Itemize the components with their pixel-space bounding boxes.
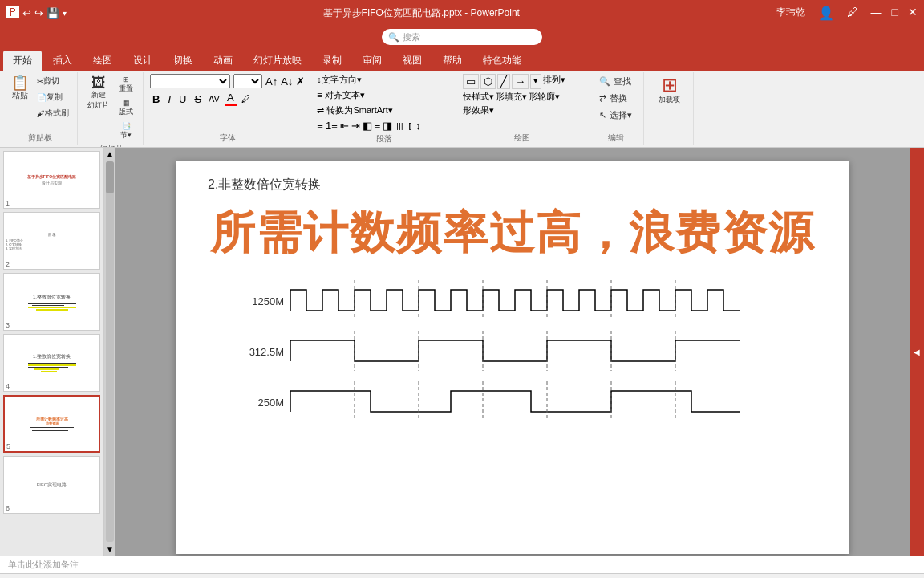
tab-design[interactable]: 设计 <box>124 51 162 71</box>
highlight-btn[interactable]: 🖊 <box>240 94 252 104</box>
numbering-btn[interactable]: 1≡ <box>326 120 338 132</box>
note-area[interactable]: 单击此处添加备注 <box>0 556 924 573</box>
undo-btn[interactable]: ↩ <box>22 7 31 19</box>
strikethrough-btn[interactable]: S <box>192 93 204 105</box>
justify-btn[interactable]: ⫼ <box>395 120 405 132</box>
shape-para-icon[interactable]: ⬡ <box>480 74 496 89</box>
redo-btn[interactable]: ↪ <box>34 7 43 19</box>
shape-more-icon[interactable]: ▾ <box>530 74 541 89</box>
scroll-thumb[interactable] <box>106 161 114 193</box>
font-size-select[interactable] <box>233 74 262 88</box>
tab-transitions[interactable]: 切换 <box>164 51 202 71</box>
tab-home[interactable]: 开始 <box>3 51 42 71</box>
shape-line-icon[interactable]: ╱ <box>497 74 510 89</box>
tab-draw[interactable]: 绘图 <box>83 51 122 71</box>
user-name[interactable]: 李玮乾 <box>776 6 805 21</box>
font-family-select[interactable] <box>150 74 230 88</box>
font-controls: A↑ A↓ ✗ B I U S AV A 🖊 <box>150 74 305 131</box>
clear-format-btn[interactable]: ✗ <box>296 75 305 88</box>
indent-inc-btn[interactable]: ⇥ <box>351 120 360 132</box>
replace-btn[interactable]: ⇄替换 <box>596 91 630 106</box>
find-btn[interactable]: 🔍查找 <box>596 74 634 89</box>
cut-btn[interactable]: ✂剪切 <box>34 74 72 88</box>
scroll-track[interactable] <box>106 161 114 542</box>
align-text-btn[interactable]: ≡ 对齐文本▾ <box>317 89 364 101</box>
convert-smartart-btn[interactable]: ⇌ 转换为SmartArt▾ <box>317 104 392 116</box>
shape-outline-btn[interactable]: 形轮廓▾ <box>529 91 560 103</box>
search-placeholder: 搜索 <box>403 31 420 43</box>
tab-help[interactable]: 帮助 <box>433 51 472 71</box>
collapse-icon: ◀ <box>914 348 920 356</box>
waveform-row-312: 312.5M <box>240 331 785 373</box>
quick-styles-btn[interactable]: 快样式▾ <box>463 91 494 103</box>
italic-btn[interactable]: I <box>165 93 173 105</box>
tab-slideshow[interactable]: 幻灯片放映 <box>244 51 311 71</box>
bullets-btn[interactable]: ≡ <box>317 120 323 132</box>
close-btn[interactable]: ✕ <box>908 6 918 21</box>
slide-layout-btn[interactable]: ▦版式 <box>114 97 138 119</box>
select-btn[interactable]: ↖选择▾ <box>596 108 635 123</box>
slide-thumb-6[interactable]: FIFO实现电路 6 <box>3 456 100 514</box>
spacing-btn[interactable]: AV <box>207 94 221 104</box>
align-right-btn[interactable]: ◨ <box>383 120 392 132</box>
bold-btn[interactable]: B <box>150 93 162 105</box>
scroll-up-btn[interactable]: ▲ <box>104 148 116 160</box>
shape-rect-icon[interactable]: ▭ <box>463 74 479 89</box>
slide-canvas[interactable]: 2.非整数倍位宽转换 所需计数频率过高，浪费资源 1250M <box>176 161 849 554</box>
slide-thumb-1[interactable]: 基于异步FIFO位宽匹配电路 设计与实现 1 <box>3 151 100 209</box>
slide-subtitle: 2.非整数倍位宽转换 <box>208 177 817 193</box>
shape-fill-btn[interactable]: 形填充▾ <box>496 91 527 103</box>
slide-thumb-5[interactable]: 所需计数频率过高 浪费资源 5 <box>3 395 100 453</box>
tab-special[interactable]: 特色功能 <box>473 51 531 71</box>
find-icon: 🔍 <box>599 76 610 87</box>
format-painter-btn[interactable]: 🖌格式刷 <box>34 106 72 120</box>
tab-animations[interactable]: 动画 <box>204 51 242 71</box>
new-slide-icon: 🖼 <box>91 75 106 90</box>
reset-slide-btn[interactable]: ⊞重置 <box>114 74 138 96</box>
vertical-scrollbar[interactable]: ▲ ▼ <box>104 148 116 556</box>
share-icon[interactable]: 🖊 <box>847 6 858 21</box>
shape-arrow-icon[interactable]: → <box>512 74 529 89</box>
slide-panel: 基于异步FIFO位宽匹配电路 设计与实现 1 目录 1. FIFO简介2. 位宽… <box>0 148 104 556</box>
drawing-controls: ▭ ⬡ ╱ → ▾ 排列▾ 快样式▾ 形填充▾ 形轮廓▾ 形效果▾ <box>463 74 581 131</box>
slide-thumb-2[interactable]: 目录 1. FIFO简介2. 位宽转换3. 实现方法 2 <box>3 212 100 270</box>
copy-btn[interactable]: 📄复制 <box>34 90 72 104</box>
font-color-btn[interactable]: A <box>225 92 237 106</box>
shape-effects-btn[interactable]: 形效果▾ <box>463 104 494 116</box>
right-panel-collapse-btn[interactable]: ◀ <box>910 148 924 556</box>
columns-btn[interactable]: ⫿ <box>407 120 413 132</box>
search-box[interactable]: 🔍 搜索 <box>382 29 542 45</box>
editing-controls: 🔍查找 ⇄替换 ↖选择▾ <box>596 74 635 131</box>
layout-icon: ▦ <box>123 99 130 107</box>
add-section-btn[interactable]: ⊞ 加载项 <box>655 74 683 107</box>
user-avatar-icon[interactable]: 👤 <box>818 6 834 21</box>
decrease-font-btn[interactable]: A↓ <box>281 75 293 88</box>
window-title: 基于异步FIFO位宽匹配电路.pptx - PowerPoint <box>67 6 776 20</box>
new-slide-btn[interactable]: 🖼 新建幻灯片 <box>84 74 112 112</box>
tab-review[interactable]: 审阅 <box>353 51 391 71</box>
slide-thumb-3[interactable]: 1.整数倍位宽转换 3 <box>3 273 100 331</box>
text-direction-btn[interactable]: ↕文字方向▾ <box>317 74 362 86</box>
increase-font-btn[interactable]: A↑ <box>265 75 278 88</box>
tab-record[interactable]: 录制 <box>313 51 351 71</box>
tab-insert[interactable]: 插入 <box>43 51 82 71</box>
search-bar: 🔍 搜索 <box>0 26 924 48</box>
tab-view[interactable]: 视图 <box>393 51 432 71</box>
indent-dec-btn[interactable]: ⇤ <box>340 120 349 132</box>
align-center-btn[interactable]: ≡ <box>375 120 381 132</box>
slide-thumb-4[interactable]: 1.整数倍位宽转换 4 <box>3 334 100 392</box>
scroll-down-btn[interactable]: ▼ <box>104 543 116 556</box>
save-btn[interactable]: 💾 <box>47 7 59 19</box>
ribbon-tabs: 开始 插入 绘图 设计 切换 动画 幻灯片放映 录制 审阅 视图 帮助 特色功能 <box>0 48 924 71</box>
ribbon-group-font: A↑ A↓ ✗ B I U S AV A 🖊 字体 <box>145 72 310 145</box>
paste-btn[interactable]: 📋 粘贴 <box>8 74 32 103</box>
maximize-btn[interactable]: □ <box>892 6 898 21</box>
underline-btn[interactable]: U <box>176 93 188 105</box>
arrange-btn[interactable]: 排列▾ <box>543 74 565 89</box>
align-left-btn[interactable]: ◧ <box>363 120 372 132</box>
line-spacing-btn[interactable]: ↕ <box>415 120 421 132</box>
section-btn[interactable]: 📑节▾ <box>114 120 138 142</box>
waveform-label-312: 312.5M <box>240 346 284 358</box>
minimize-btn[interactable]: — <box>871 6 882 21</box>
cut-icon: ✂ <box>37 77 43 86</box>
